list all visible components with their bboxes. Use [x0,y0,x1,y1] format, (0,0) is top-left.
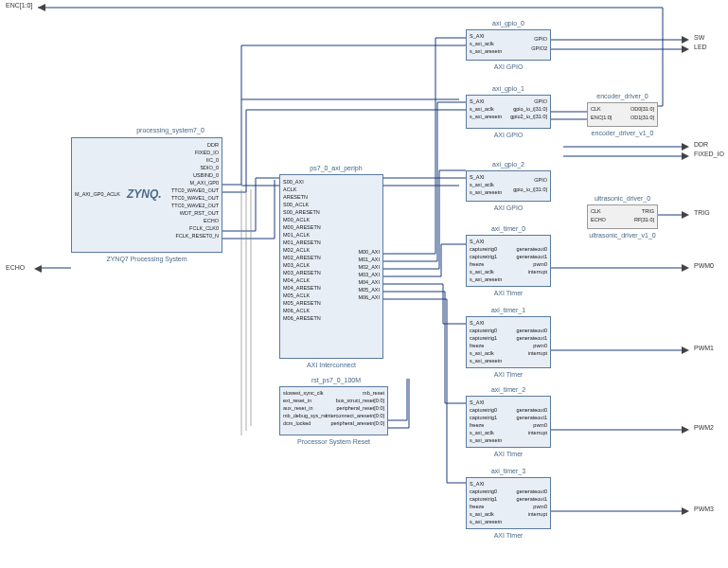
gpio2-aresetn: s_axi_aresetn [470,189,502,195]
ic-m06aresetn: M06_ARESETN [283,315,321,321]
encoder-title: encoder_driver_0 [587,93,658,99]
interconnect-block: S00_AXI ACLK ARESETN S00_ACLK S00_ARESET… [279,174,383,359]
timer1-block: S_AXI capturetrig0 capturetrig1 freeze s… [466,316,551,368]
us-trig: TRIG [642,208,654,214]
t3-saxi: S_AXI [470,481,485,487]
ic-m00axi: M00_AXI [358,249,380,255]
t3-ct0: capturetrig0 [470,488,497,494]
t2-pwm: pwm0 [533,422,547,428]
reset-block: slowest_sync_clk ext_reset_in aux_reset_… [279,386,388,435]
ic-m02aclk: M02_ACLK [283,247,310,253]
t1-ct0: capturetrig0 [470,328,497,333]
gpio1-gio: gpio_io_i[31:0] [513,106,547,112]
t2-frz: freeze [470,422,484,428]
ic-m00aclk: M00_ACLK [283,217,310,222]
reset-type: Processor System Reset [280,438,387,445]
timer3-type: AXI Timer [467,532,550,539]
ic-m01aclk: M01_ACLK [283,232,310,238]
reset-title: rst_ps7_0_100M [284,377,388,383]
t0-arst: s_axi_aresetn [470,276,502,282]
enc-enc: ENC[1:0] [591,115,612,120]
fixedio-arrow [682,152,689,160]
ic-m03aresetn: M03_ARESETN [283,270,321,275]
ps7-port-sdio: SDIO_0 [200,165,219,170]
t1-saxi: S_AXI [470,320,485,326]
encoder-type: encoder_driver_v1_0 [588,130,657,136]
t0-ct0: capturetrig0 [470,246,497,252]
rst-bus: bus_struct_reset[0:0] [336,398,384,403]
rst-pa: peripheral_aresetn[0:0] [330,420,384,426]
t3-g0: generateout0 [517,488,547,494]
ext-pwm3: PWM3 [694,506,714,512]
interconnect-type: AXI Interconnect [280,362,382,368]
pwm1-arrow [682,346,689,354]
t0-saxi: S_AXI [470,239,485,244]
gpio2-gpio: GPIO [534,177,547,183]
encoder-block: CLK ENC[1:0] OD0[31:0] OD1[31:0] encoder… [587,102,658,127]
ic-m01axi: M01_AXI [358,257,380,262]
rst-dcm: dcm_locked [283,420,311,426]
ic-aresetn: ARESETN [283,194,308,200]
ic-m04aclk: M04_ACLK [283,277,310,283]
rst-ext: ext_reset_in [283,398,311,403]
gpio0-gpio: GPIO [534,36,547,42]
rst-per: peripheral_reset[0:0] [337,405,384,411]
rst-aux: aux_reset_in [283,405,313,411]
ps7-port-usb: USBIND_0 [193,172,219,178]
ps7-block: ZYNQ. M_AXI_GP0_ACLK DDR FIXED_IO IIC_0 … [71,137,222,253]
zynq-logo: ZYNQ. [127,187,162,201]
ic-m06axi: M06_AXI [358,294,380,300]
ext-pwm2: PWM2 [694,424,714,431]
ic-m03axi: M03_AXI [358,272,380,277]
ext-sw: SW [694,34,704,41]
pwm3-arrow [682,507,689,515]
t0-g1: generateout1 [517,254,547,259]
ddr-arrow [682,143,689,151]
t1-int: interrupt [528,350,547,356]
ps7-port-iic: IIC_0 [206,157,219,163]
sw-arrow [682,36,689,44]
ic-m05axi: M05_AXI [358,287,380,293]
timer2-type: AXI Timer [467,451,550,457]
pwm2-arrow [682,426,689,434]
t1-frz: freeze [470,343,484,348]
t1-g0: generateout0 [517,328,547,333]
timer3-title: axi_timer_3 [466,468,551,474]
enc-od0: OD0[31:0] [630,106,654,112]
timer2-block: S_AXI capturetrig0 capturetrig1 freeze s… [466,396,551,448]
gpio0-type: AXI GPIO [467,63,550,70]
ext-pwm0: PWM0 [694,262,714,269]
t2-arst: s_axi_aresetn [470,437,502,443]
ps7-port-freset: FCLK_RESET0_N [175,233,219,239]
t1-aclk: s_axi_aclk [470,350,494,356]
ext-pwm1: PWM1 [694,345,714,351]
t1-pwm: pwm0 [533,343,547,348]
t0-aclk: s_axi_aclk [470,269,494,275]
ic-m01aresetn: M01_ARESETN [283,240,321,245]
t1-arst: s_axi_aresetn [470,358,502,364]
echo-arrow [34,265,42,273]
interconnect-title: ps7_0_axi_periph [284,165,388,171]
t0-g0: generateout0 [517,246,547,252]
gpio0-block: S_AXI s_axi_aclk s_axi_aresetn GPIO GPIO… [466,29,551,61]
t0-frz: freeze [470,261,484,267]
t2-aclk: s_axi_aclk [470,430,494,435]
ic-m05aclk: M05_ACLK [283,293,310,298]
timer1-type: AXI Timer [467,371,550,378]
gpio0-aresetn: s_axi_aresetn [470,48,502,54]
t2-g0: generateout0 [517,407,547,413]
ext-enc: ENC[1:0] [6,2,32,9]
ultrasonic-block: CLK ECHO TRIG RF[31:0] ultrasonic_driver… [587,204,658,229]
ultrasonic-title: ultrasonic_driver_0 [587,195,658,202]
ps7-title: processing_system7_0 [114,127,227,133]
gpio1-title: axi_gpio_1 [466,85,551,92]
t3-int: interrupt [528,511,547,517]
t2-ct1: capturetrig1 [470,415,497,420]
gpio2-title: axi_gpio_2 [466,161,551,168]
timer0-block: S_AXI capturetrig0 capturetrig1 freeze s… [466,235,551,287]
ic-m00aresetn: M00_ARESETN [283,224,321,230]
ic-m04aresetn: M04_ARESETN [283,285,321,291]
ext-led: LED [694,44,707,50]
ext-trig: TRIG [694,209,710,216]
t3-g1: generateout1 [517,496,547,502]
